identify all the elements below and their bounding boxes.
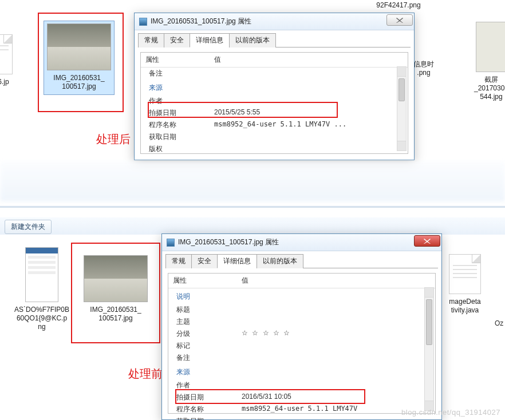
explorer-toolbar: 新建文件夹 bbox=[0, 217, 505, 235]
properties-window-before: IMG_20160531_100517.jpg 属性 常规 安全 详细信息 以前… bbox=[161, 233, 442, 420]
property-row: 作者 bbox=[168, 379, 435, 391]
file-thumbnail bbox=[449, 254, 481, 294]
section-source: 来源 bbox=[141, 80, 408, 95]
property-row: 程序名称msm8952_64-user 5.1.1 LMY47V bbox=[168, 403, 435, 415]
scroll-down-icon[interactable] bbox=[397, 141, 406, 150]
property-row: 备注 bbox=[168, 352, 435, 364]
file-item-selected[interactable]: IMG_20160531_100517.jpg bbox=[44, 21, 115, 95]
scrollbar[interactable] bbox=[397, 66, 407, 151]
close-button[interactable] bbox=[386, 14, 413, 26]
file-label: -1.0.6.jpg bbox=[0, 78, 25, 95]
window-title: IMG_20160531_100517.jpg 属性 bbox=[151, 17, 251, 26]
rating-stars[interactable]: ☆ ☆ ☆ ☆ ☆ bbox=[242, 329, 435, 339]
section-description: 说明 bbox=[168, 288, 435, 304]
tab-general[interactable]: 常规 bbox=[138, 33, 164, 47]
scroll-up-icon[interactable] bbox=[425, 288, 433, 298]
window-title: IMG_20160531_100517.jpg 属性 bbox=[178, 237, 279, 247]
file-label: mageDetativity.java bbox=[442, 298, 488, 315]
file-label: 92F42417.png bbox=[364, 1, 433, 10]
window-icon bbox=[139, 18, 147, 26]
scrollbar[interactable] bbox=[424, 287, 434, 411]
property-row: 版权 bbox=[141, 143, 408, 155]
section-source: 来源 bbox=[168, 364, 435, 379]
file-thumbnail bbox=[47, 23, 111, 70]
property-list-header: 属性 值 bbox=[168, 274, 435, 288]
tab-details[interactable]: 详细信息 bbox=[190, 33, 230, 47]
property-row: 主题 bbox=[168, 316, 435, 328]
property-row-rating: 分级☆ ☆ ☆ ☆ ☆ bbox=[168, 328, 435, 340]
scroll-thumb[interactable] bbox=[399, 78, 405, 101]
file-label: AS`DO%F7FIP0B60QO1{9@KC.png bbox=[13, 306, 71, 331]
file-thumbnail bbox=[84, 255, 148, 302]
properties-window-after: IMG_20160531_100517.jpg 属性 常规 安全 详细信息 以前… bbox=[134, 13, 415, 160]
property-row: 备注 bbox=[141, 68, 408, 80]
tab-previous-versions[interactable]: 以前的版本 bbox=[257, 254, 303, 268]
window-titlebar[interactable]: IMG_20160531_100517.jpg 属性 bbox=[135, 13, 414, 30]
close-icon bbox=[395, 17, 404, 23]
property-row-shot-date: 拍摄日期2015/5/25 5:55 bbox=[141, 107, 408, 119]
header-value: 值 bbox=[214, 55, 408, 65]
property-row: 标题 bbox=[168, 304, 435, 316]
tab-security[interactable]: 安全 bbox=[191, 254, 218, 268]
file-thumbnail bbox=[476, 22, 505, 72]
window-divider bbox=[0, 206, 505, 208]
property-list-header: 属性 值 bbox=[141, 53, 408, 68]
property-row: 作者 bbox=[141, 95, 408, 107]
close-button[interactable] bbox=[414, 235, 440, 247]
header-property: 属性 bbox=[173, 276, 242, 286]
file-label: IMG_20160531_100517.jpg bbox=[46, 74, 112, 91]
window-titlebar[interactable]: IMG_20160531_100517.jpg 属性 bbox=[162, 234, 441, 251]
file-item[interactable]: mageDetativity.java bbox=[442, 254, 488, 315]
header-property: 属性 bbox=[145, 55, 214, 65]
tab-security[interactable]: 安全 bbox=[164, 33, 190, 47]
scroll-up-icon[interactable] bbox=[397, 67, 406, 77]
annotation-label-after: 处理后 bbox=[96, 132, 131, 147]
file-label: IMG_20160531_100517.jpg bbox=[80, 306, 151, 323]
property-row: 获取日期 bbox=[141, 131, 408, 143]
new-folder-button[interactable]: 新建文件夹 bbox=[5, 220, 52, 234]
tab-strip: 常规 安全 详细信息 以前的版本 bbox=[162, 251, 441, 268]
header-value: 值 bbox=[242, 276, 435, 286]
tab-general[interactable]: 常规 bbox=[165, 254, 192, 268]
file-label: 截屏_20170302544.jpg bbox=[468, 76, 505, 101]
window-icon bbox=[167, 239, 175, 247]
file-item[interactable]: AS`DO%F7FIP0B60QO1{9@KC.png bbox=[13, 247, 71, 331]
property-row: 程序名称msm8952_64-user 5.1.1 LMY47V ... bbox=[141, 119, 408, 131]
tab-strip: 常规 安全 详细信息 以前的版本 bbox=[135, 30, 414, 47]
tab-details[interactable]: 详细信息 bbox=[217, 254, 257, 268]
file-item[interactable]: IMG_20160531_100517.jpg bbox=[80, 255, 151, 323]
watermark-text: blog.csdn.net/qq_31914027 bbox=[401, 408, 500, 417]
blurred-region bbox=[0, 161, 505, 201]
file-item[interactable]: 截屏_20170302544.jpg bbox=[468, 22, 505, 101]
file-thumbnail bbox=[25, 247, 58, 302]
file-label: Oz bbox=[495, 319, 503, 328]
property-row: 标记 bbox=[168, 340, 435, 352]
property-row: 获取日期 bbox=[168, 415, 435, 420]
file-item[interactable]: -1.0.6.jpg bbox=[0, 34, 25, 95]
property-row-shot-date: 拍摄日期2016/5/31 10:05 bbox=[168, 391, 435, 403]
tab-previous-versions[interactable]: 以前的版本 bbox=[229, 33, 276, 47]
scroll-thumb[interactable] bbox=[426, 299, 432, 345]
annotation-label-before: 处理前 bbox=[128, 366, 163, 382]
file-thumbnail bbox=[0, 34, 13, 74]
close-icon bbox=[422, 238, 432, 244]
